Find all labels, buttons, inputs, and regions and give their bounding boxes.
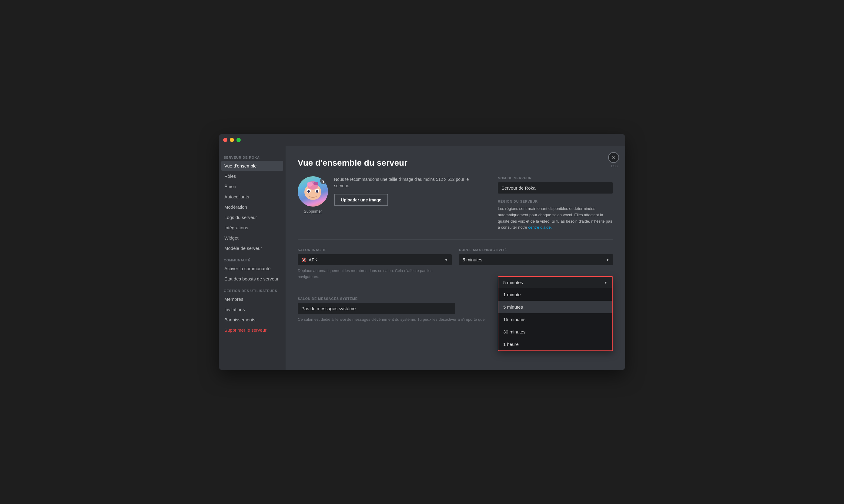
sidebar-item-moderation[interactable]: Modération xyxy=(221,202,283,212)
avatar-upload-overlay[interactable] xyxy=(320,178,327,184)
dropdown-option-15minutes[interactable]: 15 minutes xyxy=(498,313,613,326)
dropdown-option-30minutes[interactable]: 30 minutes xyxy=(498,326,613,338)
afk-row: SALON INACTIF 🔇 AFK ▼ Déplace automatiqu… xyxy=(298,248,613,280)
dropdown-option-1heure[interactable]: 1 heure xyxy=(498,338,613,350)
sidebar-item-integrations[interactable]: Intégrations xyxy=(221,222,283,233)
duree-max-select[interactable]: 1 minute 5 minutes 15 minutes 30 minutes… xyxy=(459,254,613,265)
page-title: Vue d'ensemble du serveur xyxy=(298,158,613,168)
svg-point-4 xyxy=(316,190,318,193)
avatar-delete-label[interactable]: Supprimer xyxy=(304,209,322,214)
titlebar xyxy=(219,134,625,146)
svg-point-6 xyxy=(307,182,313,186)
salon-inactif-select[interactable]: AFK xyxy=(298,254,452,265)
sidebar-item-supprimer-serveur[interactable]: Supprimer le serveur xyxy=(221,325,283,335)
dropdown-option-1minute[interactable]: 1 minute xyxy=(498,288,613,301)
server-info-upload: Nous te recommandons une taille d'image … xyxy=(334,176,477,206)
sidebar-item-invitations[interactable]: Invitations xyxy=(221,304,283,314)
sidebar-item-vue-densemble[interactable]: Vue d'ensemble xyxy=(221,161,283,171)
upload-image-button[interactable]: Uploader une image xyxy=(334,194,388,206)
sidebar: SERVEUR DE ROKA Vue d'ensemble Rôles Émo… xyxy=(219,146,286,370)
dropdown-header: 5 minutes ▼ xyxy=(498,277,613,288)
top-row: Supprimer Nous te recommandons une taill… xyxy=(298,176,613,231)
dropdown-option-5minutes[interactable]: 5 minutes xyxy=(498,301,613,313)
region-description: Les régions sont maintenant disponibles … xyxy=(498,206,613,231)
sidebar-item-widget[interactable]: Widget xyxy=(221,233,283,243)
dropdown-header-arrow: ▼ xyxy=(604,281,607,285)
duree-dropdown-overlay: 5 minutes ▼ 1 minute 5 minutes 15 minute… xyxy=(498,276,613,351)
salon-inactif-label: SALON INACTIF xyxy=(298,248,452,252)
duree-select-wrapper: 1 minute 5 minutes 15 minutes 30 minutes… xyxy=(459,254,613,265)
region-label: RÉGION DU SERVEUR xyxy=(498,200,613,203)
nom-serveur-label: NOM DU SERVEUR xyxy=(498,176,613,180)
sidebar-item-etat-boosts[interactable]: État des boosts de serveur xyxy=(221,274,283,284)
nom-serveur-input[interactable] xyxy=(498,182,613,194)
close-button[interactable]: ✕ xyxy=(608,152,619,163)
sidebar-item-autocollants[interactable]: Autocollants xyxy=(221,192,283,202)
top-left: Supprimer Nous te recommandons une taill… xyxy=(298,176,477,214)
maximize-traffic-light[interactable] xyxy=(237,138,241,142)
sidebar-item-roles[interactable]: Rôles xyxy=(221,171,283,181)
sidebar-item-modele[interactable]: Modèle de serveur xyxy=(221,243,283,253)
minimize-traffic-light[interactable] xyxy=(230,138,234,142)
sidebar-item-bannissements[interactable]: Bannissements xyxy=(221,315,283,325)
content-area: ✕ ESC Vue d'ensemble du serveur xyxy=(286,146,625,370)
gestion-section-label: GESTION DES UTILISATEURS xyxy=(221,284,283,294)
avatar-section: Supprimer xyxy=(298,176,328,214)
form-section: NOM DU SERVEUR RÉGION DU SERVEUR Les rég… xyxy=(498,176,613,231)
communaute-section-label: COMMUNAUTÉ xyxy=(221,253,283,263)
app-window: SERVEUR DE ROKA Vue d'ensemble Rôles Émo… xyxy=(219,134,625,370)
dropdown-selected-value: 5 minutes xyxy=(503,280,523,285)
sidebar-item-activer-communaute[interactable]: Activer la communauté xyxy=(221,264,283,273)
salon-inactif-select-wrapper: 🔇 AFK ▼ xyxy=(298,254,452,265)
esc-label: ESC xyxy=(611,164,618,168)
svg-point-7 xyxy=(313,182,318,185)
duree-max-section: DURÉE MAX D'INACTIVITÉ 1 minute 5 minute… xyxy=(459,248,613,280)
close-traffic-light[interactable] xyxy=(223,138,227,142)
server-avatar[interactable] xyxy=(298,176,328,206)
salon-inactif-section: SALON INACTIF 🔇 AFK ▼ Déplace automatiqu… xyxy=(298,248,452,280)
server-section-label: SERVEUR DE ROKA xyxy=(221,151,283,161)
sidebar-item-emoji[interactable]: Émoji xyxy=(221,181,283,192)
duree-max-label: DURÉE MAX D'INACTIVITÉ xyxy=(459,248,613,252)
sidebar-item-logs[interactable]: Logs du serveur xyxy=(221,212,283,222)
salon-messages-select[interactable]: Pas de messages système xyxy=(298,303,455,314)
sidebar-item-membres[interactable]: Membres xyxy=(221,294,283,304)
svg-point-3 xyxy=(307,190,310,193)
main-content: SERVEUR DE ROKA Vue d'ensemble Rôles Émo… xyxy=(219,146,625,370)
centre-aide-link[interactable]: centre d'aide. xyxy=(528,225,552,230)
salon-inactif-desc: Déplace automatiquement les membres dans… xyxy=(298,268,452,280)
server-info-text: Nous te recommandons une taille d'image … xyxy=(334,176,477,189)
